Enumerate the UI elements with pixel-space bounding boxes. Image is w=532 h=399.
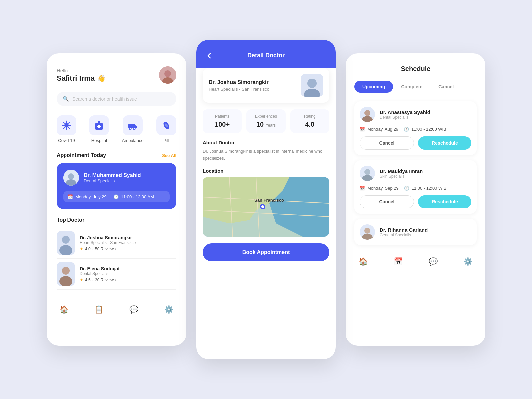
category-hospital[interactable]: Hospital <box>89 115 109 143</box>
category-pill[interactable]: Pill <box>156 115 176 143</box>
doctor-card-0[interactable]: Dr. Joshua Simorangkir Heart Specialis -… <box>57 228 176 259</box>
greeting-text: Hello <box>57 68 106 73</box>
svg-point-28 <box>62 236 70 244</box>
detail-body: Dr. Joshua Simorangkir Heart Specialis -… <box>196 68 336 268</box>
svg-point-1 <box>164 70 171 77</box>
tab-complete[interactable]: Complete <box>393 81 430 93</box>
doctor-card-1[interactable]: Dr. Elena Sudrajat Dental Specialis ★ 4.… <box>57 259 176 290</box>
sc-clock-icon-1: 🕐 <box>404 186 409 191</box>
rating-value: 4.0 <box>295 121 325 128</box>
stat-patients: Patients 100+ <box>203 109 242 133</box>
home-header: Hello Safitri Irma 👋 <box>57 66 176 84</box>
appt-doctor-avatar <box>63 170 79 186</box>
detail-doctor-name: Dr. Joshua Simorangkir <box>209 79 269 85</box>
experience-value: 10 Years <box>251 121 281 128</box>
schedule-doctor-spec-2: General Specialis <box>380 233 471 237</box>
search-bar[interactable]: 🔍 Search a doctor or health issue <box>57 92 176 106</box>
location-title: Location <box>203 168 329 174</box>
appointment-section-title: Appointment Today <box>57 152 106 158</box>
top-doctor-title: Top Doctor <box>57 217 176 223</box>
user-avatar <box>159 66 176 84</box>
schedule-avatar-2 <box>360 224 375 240</box>
experience-label: Experiences <box>251 114 281 119</box>
detail-title: Detail Doctor <box>247 52 285 59</box>
category-covid19-label: Covid 19 <box>58 138 75 143</box>
schedule-date-1: Monday, Sep 29 <box>367 186 399 191</box>
doctor-spec-1: Dental Specialis <box>80 271 176 276</box>
schedule-card-0: Dr. Anastasya Syahid Dental Specialis 📅 … <box>354 101 477 155</box>
svg-point-55 <box>364 228 370 234</box>
schedule-title: Schedule <box>354 65 477 73</box>
star-icon: ★ <box>80 247 83 251</box>
svg-marker-17 <box>135 125 137 128</box>
clock-icon: 🕐 <box>113 194 119 199</box>
schedule-time-1: 11:00 - 12:00 WIB <box>412 186 447 191</box>
schedule-time-0: 11:00 - 12:00 WIB <box>411 127 446 132</box>
tab-cancel[interactable]: Cancel <box>430 81 462 93</box>
categories-row: Covid 19 Hospital Ambulance <box>57 115 176 143</box>
schedule-card-1: Dr. Mauldya Imran Skin Specialis 📅 Monda… <box>354 160 477 214</box>
svg-point-18 <box>129 128 131 130</box>
star-icon-1: ★ <box>80 278 83 282</box>
reschedule-button-0[interactable]: Reschedule <box>418 136 471 150</box>
category-ambulance[interactable]: Ambulance <box>122 115 144 143</box>
svg-line-9 <box>68 127 70 129</box>
svg-point-19 <box>133 128 135 130</box>
back-button[interactable] <box>204 50 215 61</box>
sc-nav-calendar-icon[interactable]: 📅 <box>394 257 403 266</box>
schedule-doctor-name-1: Dr. Mauldya Imran <box>380 168 423 174</box>
stat-experience: Experiences 10 Years <box>246 109 285 133</box>
reschedule-button-1[interactable]: Reschedule <box>418 195 471 208</box>
category-covid19[interactable]: Covid 19 <box>57 115 76 143</box>
schedule-doctor-name-0: Dr. Anastasya Syahid <box>380 109 430 115</box>
doctor-info-1: Dr. Elena Sudrajat Dental Specialis ★ 4.… <box>80 266 176 282</box>
detail-doctor-photo <box>301 74 323 97</box>
category-hospital-label: Hospital <box>91 138 107 143</box>
svg-text:San Francisco: San Francisco <box>254 198 284 203</box>
sc-nav-settings-icon[interactable]: ⚙️ <box>464 257 472 266</box>
schedule-doctor-info-1: Dr. Mauldya Imran Skin Specialis <box>380 168 423 179</box>
svg-line-11 <box>64 127 65 129</box>
main-container: Hello Safitri Irma 👋 🔍 Search a d <box>0 20 532 379</box>
nav-home-icon[interactable]: 🏠 <box>60 305 68 314</box>
covid-icon <box>57 115 76 135</box>
appt-specialty: Dental Specialis <box>84 178 141 183</box>
phone-detail: Detail Doctor Dr. Joshua Simorangkir Hea… <box>196 40 336 359</box>
appt-time: 11:00 - 12:00 AM <box>121 194 154 199</box>
cancel-button-0[interactable]: Cancel <box>360 136 414 150</box>
appt-time-row: 📅 Monday, July 29 🕐 11:00 - 12:00 AM <box>63 191 170 202</box>
svg-point-34 <box>307 79 317 88</box>
wave-emoji: 👋 <box>97 74 106 82</box>
svg-line-8 <box>64 122 65 124</box>
svg-point-49 <box>364 110 370 116</box>
schedule-doctor-spec-0: Dental Specialis <box>380 115 430 120</box>
doctor-photo-1 <box>57 262 75 286</box>
appointment-section-header: Appointment Today See All <box>57 152 176 158</box>
schedule-doctor-spec-1: Skin Specialis <box>380 174 423 179</box>
doctor-photo-0 <box>57 231 75 255</box>
nav-list-icon[interactable]: 📋 <box>94 305 103 314</box>
stats-row: Patients 100+ Experiences 10 Years Ratin… <box>203 109 329 133</box>
svg-line-10 <box>68 122 70 124</box>
rating-label: Rating <box>295 114 325 119</box>
sc-nav-chat-icon[interactable]: 💬 <box>429 257 438 266</box>
appt-date: Monday, July 29 <box>75 194 107 199</box>
doctor-name-1: Dr. Elena Sudrajat <box>80 266 176 271</box>
patients-label: Patients <box>207 114 237 119</box>
svg-point-25 <box>68 173 74 179</box>
detail-header: Detail Doctor <box>196 40 336 68</box>
cancel-button-1[interactable]: Cancel <box>360 195 414 208</box>
sc-nav-home-icon[interactable]: 🏠 <box>359 257 368 266</box>
nav-settings-icon[interactable]: ⚙️ <box>164 305 173 314</box>
see-all-button[interactable]: See All <box>162 153 176 158</box>
schedule-doctor-info-2: Dr. Rihanna Garland General Specialis <box>380 227 471 237</box>
tab-upcoming[interactable]: Upcoming <box>354 81 393 93</box>
nav-chat-icon[interactable]: 💬 <box>129 305 138 314</box>
schedule-date-0: Monday, Aug 29 <box>367 127 398 132</box>
appt-doctor-name: Dr. Muhammed Syahid <box>84 172 141 178</box>
schedule-tabs: Upcoming Complete Cancel <box>354 81 477 93</box>
schedule-doctor-name-2: Dr. Rihanna Garland <box>380 227 471 233</box>
schedule-actions-1: Cancel Reschedule <box>360 195 471 208</box>
book-appointment-button[interactable]: Book Appointment <box>203 243 329 261</box>
svg-point-31 <box>62 267 70 275</box>
